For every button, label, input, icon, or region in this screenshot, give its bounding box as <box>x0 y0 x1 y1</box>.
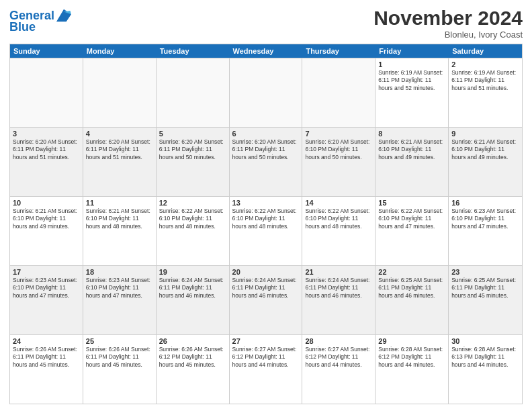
header-friday: Friday <box>375 44 449 58</box>
day-number: 2 <box>451 60 519 68</box>
cell-detail: Sunrise: 6:21 AM Sunset: 6:10 PM Dayligh… <box>86 208 153 230</box>
cell-detail: Sunrise: 6:23 AM Sunset: 6:10 PM Dayligh… <box>86 277 153 300</box>
header-tuesday: Tuesday <box>157 44 230 58</box>
cal-cell-w1-d5 <box>302 58 375 127</box>
day-number: 13 <box>232 199 300 207</box>
day-number: 27 <box>232 337 300 345</box>
cell-detail: Sunrise: 6:22 AM Sunset: 6:10 PM Dayligh… <box>378 208 445 230</box>
header: General Blue November 2024 Blonleu, Ivor… <box>9 7 523 40</box>
day-number: 5 <box>159 130 226 138</box>
day-number: 9 <box>451 130 519 138</box>
cal-cell-w3-d1: 10Sunrise: 6:21 AM Sunset: 6:10 PM Dayli… <box>10 197 83 265</box>
day-number: 20 <box>232 268 300 276</box>
day-number: 22 <box>378 268 445 276</box>
day-number: 21 <box>305 268 372 276</box>
cal-cell-w3-d6: 15Sunrise: 6:22 AM Sunset: 6:10 PM Dayli… <box>375 197 449 265</box>
day-number: 16 <box>451 199 519 207</box>
cal-cell-w4-d4: 20Sunrise: 6:24 AM Sunset: 6:11 PM Dayli… <box>230 266 303 334</box>
cell-detail: Sunrise: 6:28 AM Sunset: 6:13 PM Dayligh… <box>451 346 519 369</box>
day-number: 23 <box>451 268 519 276</box>
cal-cell-w4-d7: 23Sunrise: 6:25 AM Sunset: 6:11 PM Dayli… <box>449 266 522 334</box>
header-wednesday: Wednesday <box>230 44 303 58</box>
cell-detail: Sunrise: 6:22 AM Sunset: 6:10 PM Dayligh… <box>159 208 226 230</box>
cal-cell-w5-d3: 26Sunrise: 6:26 AM Sunset: 6:12 PM Dayli… <box>157 335 230 404</box>
day-number: 14 <box>305 199 372 207</box>
calendar: Sunday Monday Tuesday Wednesday Thursday… <box>9 44 523 404</box>
cell-detail: Sunrise: 6:22 AM Sunset: 6:10 PM Dayligh… <box>232 208 300 230</box>
day-number: 12 <box>159 199 226 207</box>
cell-detail: Sunrise: 6:20 AM Sunset: 6:11 PM Dayligh… <box>232 138 300 161</box>
calendar-body: 1Sunrise: 6:19 AM Sunset: 6:11 PM Daylig… <box>10 58 522 404</box>
cell-detail: Sunrise: 6:24 AM Sunset: 6:11 PM Dayligh… <box>159 277 226 300</box>
cal-cell-w2-d4: 6Sunrise: 6:20 AM Sunset: 6:11 PM Daylig… <box>230 128 303 196</box>
cell-detail: Sunrise: 6:27 AM Sunset: 6:12 PM Dayligh… <box>232 346 300 369</box>
calendar-header: Sunday Monday Tuesday Wednesday Thursday… <box>10 44 522 58</box>
day-number: 26 <box>159 337 226 345</box>
cal-cell-w2-d3: 5Sunrise: 6:20 AM Sunset: 6:11 PM Daylig… <box>157 128 230 196</box>
cell-detail: Sunrise: 6:20 AM Sunset: 6:11 PM Dayligh… <box>159 138 226 161</box>
header-thursday: Thursday <box>302 44 375 58</box>
cell-detail: Sunrise: 6:23 AM Sunset: 6:10 PM Dayligh… <box>451 208 519 230</box>
title-block: November 2024 Blonleu, Ivory Coast <box>373 7 523 40</box>
day-number: 11 <box>86 199 153 207</box>
day-number: 24 <box>13 337 80 345</box>
cal-cell-w4-d5: 21Sunrise: 6:24 AM Sunset: 6:11 PM Dayli… <box>302 266 375 334</box>
page: General Blue November 2024 Blonleu, Ivor… <box>0 0 532 411</box>
calendar-week-4: 17Sunrise: 6:23 AM Sunset: 6:10 PM Dayli… <box>10 265 522 334</box>
day-number: 1 <box>378 60 445 68</box>
day-number: 17 <box>13 268 80 276</box>
day-number: 30 <box>451 337 519 345</box>
cell-detail: Sunrise: 6:28 AM Sunset: 6:12 PM Dayligh… <box>378 346 445 369</box>
cell-detail: Sunrise: 6:21 AM Sunset: 6:10 PM Dayligh… <box>378 138 445 161</box>
logo-text-blue: Blue <box>9 21 36 34</box>
month-title: November 2024 <box>373 7 523 30</box>
cal-cell-w5-d2: 25Sunrise: 6:26 AM Sunset: 6:11 PM Dayli… <box>83 335 157 404</box>
cell-detail: Sunrise: 6:26 AM Sunset: 6:11 PM Dayligh… <box>86 346 153 369</box>
day-number: 25 <box>86 337 153 345</box>
cal-cell-w4-d1: 17Sunrise: 6:23 AM Sunset: 6:10 PM Dayli… <box>10 266 83 334</box>
header-sunday: Sunday <box>10 44 83 58</box>
day-number: 7 <box>305 130 372 138</box>
header-monday: Monday <box>83 44 157 58</box>
cell-detail: Sunrise: 6:24 AM Sunset: 6:11 PM Dayligh… <box>305 277 372 300</box>
cell-detail: Sunrise: 6:24 AM Sunset: 6:11 PM Dayligh… <box>232 277 300 300</box>
logo-icon <box>56 8 71 23</box>
cal-cell-w4-d3: 19Sunrise: 6:24 AM Sunset: 6:11 PM Dayli… <box>157 266 230 334</box>
cal-cell-w4-d2: 18Sunrise: 6:23 AM Sunset: 6:10 PM Dayli… <box>83 266 157 334</box>
calendar-week-3: 10Sunrise: 6:21 AM Sunset: 6:10 PM Dayli… <box>10 196 522 265</box>
cal-cell-w3-d3: 12Sunrise: 6:22 AM Sunset: 6:10 PM Dayli… <box>157 197 230 265</box>
cell-detail: Sunrise: 6:27 AM Sunset: 6:12 PM Dayligh… <box>305 346 372 369</box>
cal-cell-w2-d2: 4Sunrise: 6:20 AM Sunset: 6:11 PM Daylig… <box>83 128 157 196</box>
day-number: 4 <box>86 130 153 138</box>
cal-cell-w2-d6: 8Sunrise: 6:21 AM Sunset: 6:10 PM Daylig… <box>375 128 449 196</box>
day-number: 3 <box>13 130 80 138</box>
cell-detail: Sunrise: 6:25 AM Sunset: 6:11 PM Dayligh… <box>378 277 445 300</box>
day-number: 10 <box>13 199 80 207</box>
cell-detail: Sunrise: 6:26 AM Sunset: 6:12 PM Dayligh… <box>159 346 226 369</box>
day-number: 8 <box>378 130 445 138</box>
cal-cell-w2-d7: 9Sunrise: 6:21 AM Sunset: 6:10 PM Daylig… <box>449 128 522 196</box>
cal-cell-w3-d5: 14Sunrise: 6:22 AM Sunset: 6:10 PM Dayli… <box>302 197 375 265</box>
cell-detail: Sunrise: 6:20 AM Sunset: 6:11 PM Dayligh… <box>86 138 153 161</box>
location: Blonleu, Ivory Coast <box>373 30 523 40</box>
cal-cell-w3-d7: 16Sunrise: 6:23 AM Sunset: 6:10 PM Dayli… <box>449 197 522 265</box>
day-number: 18 <box>86 268 153 276</box>
cal-cell-w3-d4: 13Sunrise: 6:22 AM Sunset: 6:10 PM Dayli… <box>230 197 303 265</box>
day-number: 15 <box>378 199 445 207</box>
cell-detail: Sunrise: 6:19 AM Sunset: 6:11 PM Dayligh… <box>378 69 445 92</box>
cal-cell-w1-d1 <box>10 58 83 127</box>
cell-detail: Sunrise: 6:22 AM Sunset: 6:10 PM Dayligh… <box>305 208 372 230</box>
cell-detail: Sunrise: 6:20 AM Sunset: 6:11 PM Dayligh… <box>13 138 80 161</box>
day-number: 29 <box>378 337 445 345</box>
cal-cell-w2-d1: 3Sunrise: 6:20 AM Sunset: 6:11 PM Daylig… <box>10 128 83 196</box>
cell-detail: Sunrise: 6:21 AM Sunset: 6:10 PM Dayligh… <box>13 208 80 230</box>
calendar-week-5: 24Sunrise: 6:26 AM Sunset: 6:11 PM Dayli… <box>10 334 522 404</box>
cal-cell-w1-d3 <box>157 58 230 127</box>
cal-cell-w5-d1: 24Sunrise: 6:26 AM Sunset: 6:11 PM Dayli… <box>10 335 83 404</box>
cal-cell-w5-d4: 27Sunrise: 6:27 AM Sunset: 6:12 PM Dayli… <box>230 335 303 404</box>
cal-cell-w1-d4 <box>230 58 303 127</box>
logo: General Blue <box>9 9 71 34</box>
day-number: 28 <box>305 337 372 345</box>
cal-cell-w4-d6: 22Sunrise: 6:25 AM Sunset: 6:11 PM Dayli… <box>375 266 449 334</box>
day-number: 19 <box>159 268 226 276</box>
